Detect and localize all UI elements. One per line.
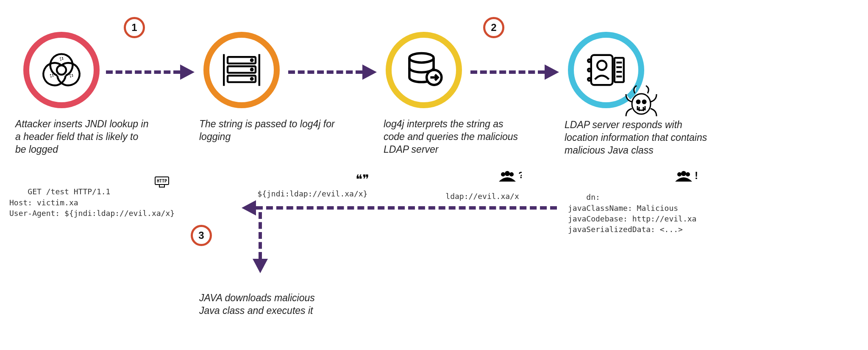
group-exclaim-icon: ! [656,156,698,202]
svg-point-24 [588,78,591,81]
svg-point-31 [632,94,651,114]
malware-bug-icon [622,81,660,119]
caption-ldap: LDAP server responds with location infor… [565,119,709,157]
svg-point-13 [251,69,253,70]
arrow-down-exec [253,212,270,276]
svg-point-19 [509,172,514,176]
quotes-icon: ❝❞ [334,153,369,206]
svg-rect-5 [159,185,164,187]
node-log4j [203,32,280,108]
svg-point-40 [686,172,690,176]
svg-point-1 [60,57,63,60]
svg-point-32 [637,100,640,104]
codebox-ldap: ! dn: javaClassName: Malicious javaCodeb… [565,169,700,247]
svg-point-23 [588,69,591,72]
database-arrow-icon [401,47,447,93]
server-stack-icon [218,47,265,93]
caption-query: log4j interprets the string as code and … [384,118,523,156]
biohazard-icon [38,47,85,93]
http-icon: HTTP [136,162,170,207]
svg-point-18 [505,171,510,176]
arrow-query-to-ldap [470,64,562,81]
svg-point-12 [251,59,253,61]
node-attacker [23,32,100,108]
svg-point-17 [501,172,505,176]
arrow-attacker-to-log4j [106,64,197,81]
caption-log4j: The string is passed to log4j for loggin… [199,118,335,143]
arrow-ldap-return [242,199,559,216]
svg-point-33 [643,100,646,104]
codebox-attacker: HTTP GET /test HTTP/1.1 Host: victim.xa … [6,163,178,231]
svg-text:!: ! [695,171,698,181]
arrow-log4j-to-query [288,64,379,81]
node-query [386,32,462,108]
svg-rect-26 [615,58,624,82]
svg-point-14 [251,78,253,80]
step-badge-3: 3 [191,225,212,246]
step-badge-1: 1 [124,17,145,38]
svg-point-15 [409,53,434,62]
step-badge-2: 2 [483,17,504,38]
group-question-icon: ? [478,155,521,204]
svg-point-2 [50,74,53,77]
svg-point-22 [588,59,591,62]
step-badge-1-label: 1 [131,22,137,34]
svg-point-38 [677,172,682,176]
svg-point-0 [57,65,66,75]
svg-point-3 [70,74,73,77]
caption-attacker: Attacker inserts JNDI lookup in a header… [15,118,151,156]
step-badge-2-label: 2 [491,22,496,34]
caption-download: JAVA downloads malicious Java class and … [199,292,335,317]
svg-text:HTTP: HTTP [157,179,167,183]
svg-text:?: ? [518,171,522,180]
svg-point-25 [597,61,606,70]
svg-point-39 [681,171,686,176]
step-badge-3-label: 3 [198,230,204,241]
